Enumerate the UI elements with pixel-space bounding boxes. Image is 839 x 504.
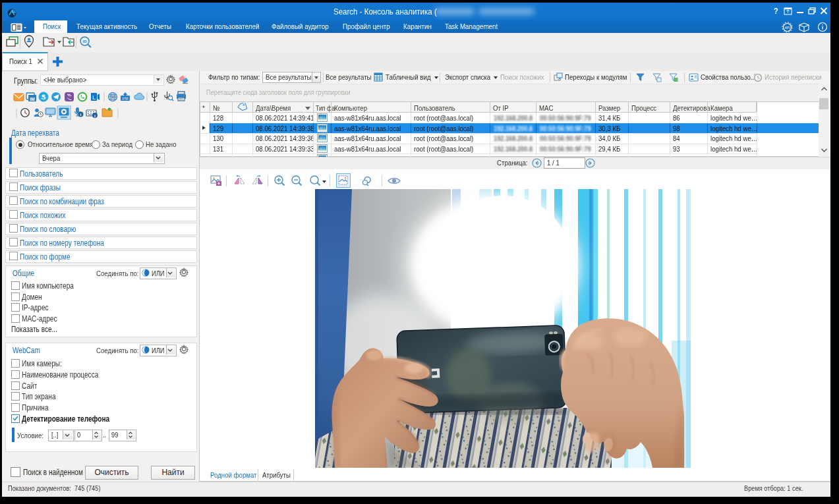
svg-text:API: API [784,26,790,30]
svg-text:FTP: FTP [123,98,129,101]
svg-text:IM: IM [30,97,34,101]
svg-text:L: L [92,94,96,101]
svg-text:i: i [94,113,96,118]
svg-text:i: i [80,112,82,117]
svg-text:ID: ID [83,40,88,43]
svg-text:HTTP: HTTP [109,96,117,99]
